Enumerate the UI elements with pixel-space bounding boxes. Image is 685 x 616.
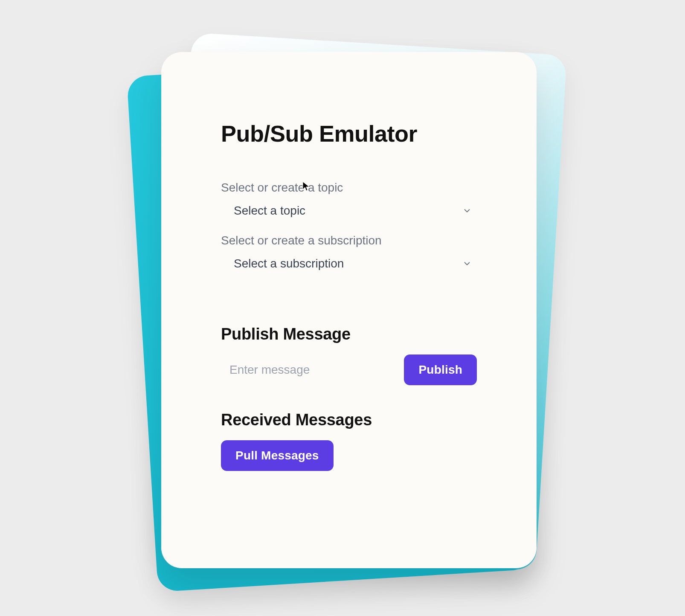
topic-label: Select or create a topic xyxy=(221,181,477,195)
received-heading: Received Messages xyxy=(221,411,477,429)
topic-select-value: Select a topic xyxy=(234,204,305,218)
chevron-down-icon xyxy=(462,206,472,215)
topic-field-group: Select or create a topic Select a topic xyxy=(221,181,477,221)
pull-messages-button[interactable]: Pull Messages xyxy=(221,440,334,471)
publish-row: Publish xyxy=(221,354,477,385)
card-stack: Pub/Sub Emulator Select or create a topi… xyxy=(129,39,556,577)
subscription-field-group: Select or create a subscription Select a… xyxy=(221,234,477,274)
publish-heading: Publish Message xyxy=(221,325,477,343)
message-input[interactable] xyxy=(221,356,391,384)
spacer xyxy=(221,287,477,325)
main-card: Pub/Sub Emulator Select or create a topi… xyxy=(161,52,537,568)
publish-button[interactable]: Publish xyxy=(404,354,477,385)
page-title: Pub/Sub Emulator xyxy=(221,120,477,147)
topic-select[interactable]: Select a topic xyxy=(221,200,477,221)
subscription-select-value: Select a subscription xyxy=(234,257,344,270)
chevron-down-icon xyxy=(462,259,472,268)
received-section: Received Messages Pull Messages xyxy=(221,411,477,471)
subscription-label: Select or create a subscription xyxy=(221,234,477,247)
subscription-select[interactable]: Select a subscription xyxy=(221,253,477,274)
